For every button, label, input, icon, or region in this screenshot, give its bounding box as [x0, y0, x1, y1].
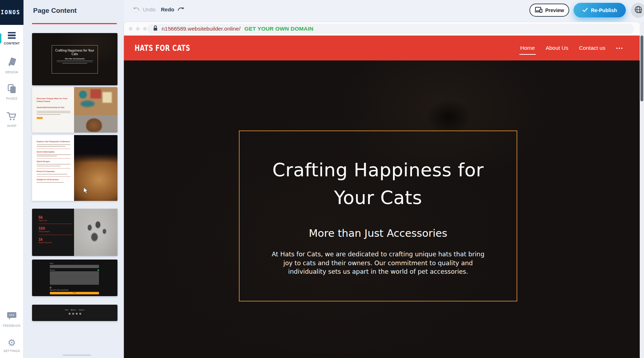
url-bar: n1566589.websitebuilder.online/ GET YOUR… — [147, 24, 634, 34]
page-content-panel: Page Content Crafting Happiness for Your… — [23, 0, 124, 358]
preview-button[interactable]: Preview — [529, 4, 569, 17]
browser-dots — [129, 27, 147, 31]
pages-icon — [7, 84, 17, 95]
browser-bar: n1566589.websitebuilder.online/ GET YOUR… — [124, 22, 640, 36]
hero-title: Crafting Happiness for Your Cats — [240, 156, 517, 212]
nav-about[interactable]: About Us — [546, 45, 569, 51]
shop-cart-icon — [6, 111, 17, 123]
emoji-icon — [98, 269, 99, 271]
panel-title-underline — [32, 23, 117, 24]
sidebar-item-pages[interactable]: PAGES — [0, 84, 23, 100]
sidebar-item-design[interactable]: DESIGN — [0, 57, 23, 74]
panel-title: Page Content — [33, 7, 77, 15]
devices-icon — [535, 7, 543, 14]
active-indicator — [0, 33, 1, 43]
feedback-bubble-icon — [7, 311, 17, 322]
check-icon — [582, 7, 588, 13]
language-globe-button[interactable] — [631, 3, 644, 18]
sidebar-item-settings[interactable]: ⚙ SETTINGS — [0, 338, 23, 353]
thumb-social-icons — [32, 313, 117, 315]
thumb-about-photo — [74, 87, 117, 133]
mouse-cursor — [83, 187, 88, 196]
section-thumb-form[interactable]: Name* Message Please fill in all the req… — [32, 260, 117, 296]
nav-more-menu[interactable]: ●●● — [616, 47, 624, 50]
sidebar-item-feedback[interactable]: FEEDBACK — [0, 311, 23, 327]
hero-editable-block[interactable]: Crafting Happiness for Your Cats More th… — [239, 130, 517, 301]
republish-button[interactable]: Re-Publish — [574, 3, 626, 17]
scrollbar-thumb[interactable] — [640, 36, 643, 101]
thumb-collection-photo — [74, 135, 117, 201]
hero-section: Crafting Happiness for Your Cats More th… — [124, 60, 640, 358]
site-brand[interactable]: HATS FOR CATS — [135, 43, 190, 53]
hero-subtitle: More than Just Accessories — [240, 227, 517, 239]
section-thumb-about[interactable]: Discover Unique Hats for Your Feline Fri… — [32, 87, 117, 133]
thumb-name-field — [50, 265, 99, 268]
thumb-shop-button — [37, 117, 43, 119]
thumb-message-field — [50, 271, 99, 285]
content-lines-icon — [7, 32, 16, 40]
preview-scrollbar[interactable] — [640, 22, 644, 358]
section-thumb-footer[interactable]: Home About Us Contact us — [32, 305, 117, 321]
thumb-stats-photo — [74, 209, 117, 256]
section-thumb-hero[interactable]: Crafting Happiness for Your Cats More th… — [32, 33, 117, 85]
ionos-logo[interactable]: IONOS — [0, 0, 23, 25]
site-header: HATS FOR CATS Home About Us Contact us ●… — [124, 36, 640, 60]
site-preview: n1566589.websitebuilder.online/ GET YOUR… — [124, 22, 640, 358]
hero-body: At Hats for Cats, we are dedicated to cr… — [268, 250, 488, 276]
redo-button[interactable]: Redo — [161, 6, 184, 12]
site-url[interactable]: n1566589.websitebuilder.online/ — [162, 26, 240, 32]
get-domain-link[interactable]: GET YOUR OWN DOMAIN — [244, 26, 313, 32]
thumb-hero-box: Crafting Happiness for Your Cats More th… — [52, 45, 98, 74]
thumb-checkbox — [50, 287, 51, 288]
panel-scroll-hint — [63, 354, 91, 356]
design-swatch-icon — [7, 57, 17, 69]
main-sidebar: IONOS CONTENT DESIGN PAGES SHOP — [0, 0, 23, 358]
nav-contact[interactable]: Contact us — [579, 45, 605, 51]
section-thumb-collection[interactable]: Explore Our Exquisite Collection Hand-Cr… — [32, 135, 117, 201]
section-thumb-stats[interactable]: 5k Happy Cats 150 Unique Designs 1k Repe… — [32, 209, 117, 256]
nav-home[interactable]: Home — [520, 45, 535, 51]
settings-gear-icon: ⚙ — [7, 338, 16, 348]
thumb-send-button: Send — [50, 292, 99, 294]
undo-icon — [133, 6, 140, 12]
sidebar-item-shop[interactable]: SHOP — [0, 111, 23, 128]
redo-icon — [177, 6, 184, 12]
app-root: IONOS CONTENT DESIGN PAGES SHOP — [0, 0, 644, 358]
globe-icon — [634, 5, 643, 15]
undo-button[interactable]: Undo — [133, 6, 156, 12]
sidebar-item-content[interactable]: CONTENT — [0, 32, 23, 45]
site-nav: Home About Us Contact us ●●● — [520, 36, 623, 60]
lock-icon — [153, 25, 158, 32]
